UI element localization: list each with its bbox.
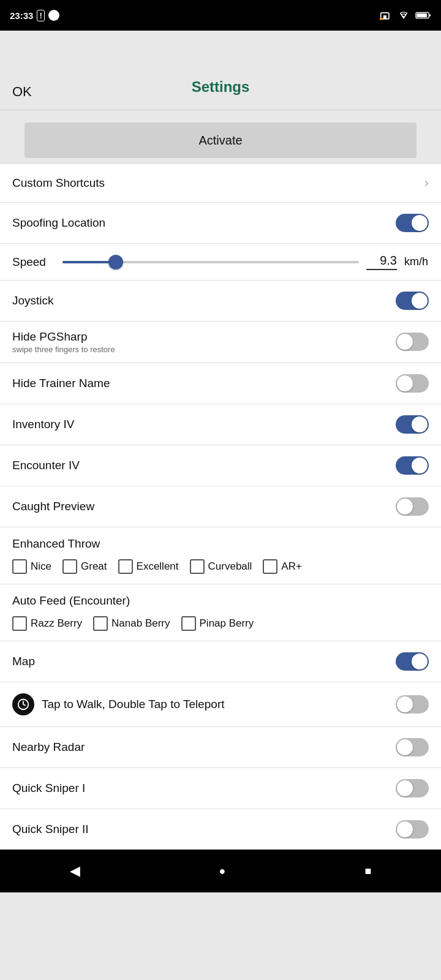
pinap-berry-item[interactable]: Pinap Berry	[181, 616, 254, 631]
circle-icon	[48, 10, 59, 21]
tap-to-walk-toggle[interactable]	[396, 695, 429, 714]
enhanced-throw-curveball[interactable]: Curveball	[190, 559, 252, 574]
spoofing-location-toggle[interactable]	[396, 214, 429, 232]
hide-trainer-name-row: Hide Trainer Name	[0, 363, 441, 404]
svg-rect-5	[429, 14, 431, 17]
status-left: 23:33 !	[10, 10, 59, 21]
svg-rect-1	[383, 15, 386, 19]
status-bar: 23:33 !	[0, 0, 441, 31]
map-toggle[interactable]	[396, 652, 429, 671]
toggle-thumb	[412, 417, 428, 432]
ok-button[interactable]: OK	[12, 84, 32, 100]
tap-walk-icon	[12, 693, 34, 715]
ar-plus-label: AR+	[281, 560, 302, 573]
pinap-berry-label: Pinap Berry	[200, 617, 254, 630]
auto-feed-section: Auto Feed (Encounter) Razz Berry Nanab B…	[0, 584, 441, 641]
nanab-berry-label: Nanab Berry	[111, 617, 170, 630]
spoofing-location-label: Spoofing Location	[12, 216, 105, 230]
svg-rect-4	[417, 13, 427, 18]
hide-pgsharp-label: Hide PGSharp	[12, 330, 115, 344]
toggle-thumb	[412, 458, 428, 473]
content: Activate Custom Shortcuts › Spoofing Loc…	[0, 110, 441, 850]
svg-rect-2	[380, 18, 382, 20]
nearby-radar-label: Nearby Radar	[12, 741, 85, 754]
caught-preview-row: Caught Preview	[0, 486, 441, 527]
ar-plus-checkbox[interactable]	[263, 559, 277, 574]
razz-berry-item[interactable]: Razz Berry	[12, 616, 82, 631]
status-right	[380, 10, 431, 20]
tap-to-walk-label: Tap to Walk, Double Tap to Teleport	[42, 698, 225, 711]
toggle-thumb	[397, 334, 413, 350]
hide-pgsharp-label-block: Hide PGSharp swipe three fingers to rest…	[12, 330, 115, 354]
enhanced-throw-excellent[interactable]: Excellent	[118, 559, 179, 574]
quick-sniper-i-row: Quick Sniper I	[0, 768, 441, 809]
encounter-iv-toggle[interactable]	[396, 456, 429, 475]
speed-unit: km/h	[404, 255, 429, 268]
nanab-berry-checkbox[interactable]	[93, 616, 108, 631]
recent-button[interactable]: ■	[347, 859, 390, 884]
enhanced-throw-section: Enhanced Throw Nice Great Excellent Curv…	[0, 527, 441, 584]
speed-row: Speed 9.3 km/h	[0, 244, 441, 281]
toggle-thumb	[397, 780, 413, 796]
caught-preview-toggle[interactable]	[396, 497, 429, 516]
curveball-checkbox[interactable]	[190, 559, 205, 574]
speed-slider[interactable]	[62, 261, 359, 263]
back-button[interactable]: ◀	[51, 857, 99, 885]
pinap-berry-checkbox[interactable]	[181, 616, 196, 631]
toggle-thumb	[412, 293, 428, 309]
razz-berry-checkbox[interactable]	[12, 616, 27, 631]
hide-trainer-name-label: Hide Trainer Name	[12, 377, 110, 390]
hide-pgsharp-row: Hide PGSharp swipe three fingers to rest…	[0, 322, 441, 363]
enhanced-throw-ar-plus[interactable]: AR+	[263, 559, 302, 574]
caught-preview-label: Caught Preview	[12, 500, 94, 513]
excellent-label: Excellent	[137, 560, 179, 573]
curveball-label: Curveball	[208, 560, 252, 573]
chevron-right-icon: ›	[424, 175, 429, 191]
inventory-iv-label: Inventory IV	[12, 418, 74, 431]
page-title: Settings	[192, 78, 250, 96]
nanab-berry-item[interactable]: Nanab Berry	[93, 616, 170, 631]
hide-pgsharp-toggle[interactable]	[396, 333, 429, 351]
excellent-checkbox[interactable]	[118, 559, 133, 574]
quick-sniper-i-label: Quick Sniper I	[12, 782, 85, 795]
wifi-icon	[397, 10, 410, 20]
custom-shortcuts-label: Custom Shortcuts	[12, 176, 105, 190]
toggle-thumb	[397, 499, 413, 514]
toggle-thumb	[397, 375, 413, 391]
hide-pgsharp-sublabel: swipe three fingers to restore	[12, 345, 115, 354]
joystick-toggle[interactable]	[396, 292, 429, 310]
toggle-thumb	[397, 696, 413, 712]
enhanced-throw-great[interactable]: Great	[62, 559, 107, 574]
recent-icon: ■	[365, 865, 372, 878]
nice-checkbox[interactable]	[12, 559, 27, 574]
map-label: Map	[12, 655, 35, 668]
encounter-iv-label: Encounter IV	[12, 459, 80, 472]
back-icon: ◀	[70, 863, 80, 879]
great-label: Great	[81, 560, 107, 573]
home-button[interactable]: ●	[201, 859, 244, 884]
quick-sniper-ii-row: Quick Sniper II	[0, 809, 441, 850]
cast-icon	[380, 10, 392, 20]
quick-sniper-i-toggle[interactable]	[396, 779, 429, 797]
inventory-iv-toggle[interactable]	[396, 415, 429, 434]
quick-sniper-ii-toggle[interactable]	[396, 820, 429, 839]
speed-slider-thumb	[108, 255, 123, 270]
auto-feed-options: Razz Berry Nanab Berry Pinap Berry	[12, 616, 429, 631]
battery-icon	[415, 11, 431, 20]
custom-shortcuts-row[interactable]: Custom Shortcuts ›	[0, 164, 441, 203]
nice-label: Nice	[31, 560, 51, 573]
activate-button[interactable]: Activate	[24, 123, 417, 158]
speed-label: Speed	[12, 255, 55, 269]
enhanced-throw-nice[interactable]: Nice	[12, 559, 51, 574]
hide-trainer-name-toggle[interactable]	[396, 374, 429, 393]
inventory-iv-row: Inventory IV	[0, 404, 441, 445]
speed-value[interactable]: 9.3	[366, 254, 397, 270]
great-checkbox[interactable]	[62, 559, 77, 574]
tap-to-walk-label-group: Tap to Walk, Double Tap to Teleport	[12, 693, 396, 715]
enhanced-throw-title: Enhanced Throw	[12, 537, 429, 551]
speed-slider-fill	[62, 261, 116, 263]
nearby-radar-toggle[interactable]	[396, 738, 429, 756]
toggle-thumb	[412, 654, 428, 669]
tap-to-walk-row: Tap to Walk, Double Tap to Teleport	[0, 682, 441, 727]
joystick-label: Joystick	[12, 294, 54, 307]
